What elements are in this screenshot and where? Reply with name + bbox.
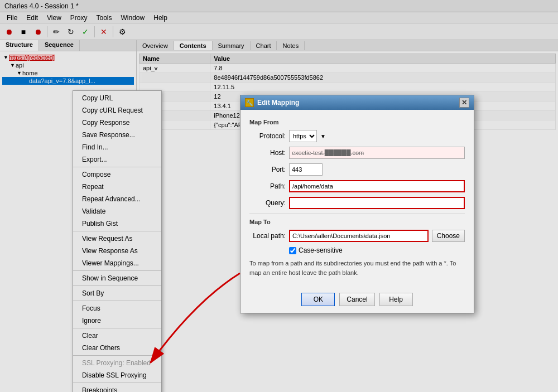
query-label: Query: <box>249 199 286 207</box>
port-input[interactable] <box>289 163 323 176</box>
cancel-button[interactable]: Cancel <box>339 293 374 306</box>
protocol-row: Protocol: https http ▼ <box>249 130 465 142</box>
protocol-select[interactable]: https http <box>289 130 317 142</box>
modal-title: Edit Mapping <box>257 99 299 107</box>
port-row: Port: <box>249 163 465 176</box>
case-sensitive-label: Case-sensitive <box>299 246 343 254</box>
modal-overlay: 🔧 Edit Mapping ✕ Map From Protocol: http… <box>0 0 558 392</box>
modal-divider <box>249 214 465 214</box>
case-sensitive-checkbox[interactable] <box>289 247 296 254</box>
case-sensitive-row: Case-sensitive <box>289 246 465 254</box>
query-row: Query: <box>249 197 465 209</box>
path-row: Path: <box>249 180 465 192</box>
modal-body: Map From Protocol: https http ▼ Host: Po… <box>240 110 474 288</box>
modal-icon: 🔧 <box>245 98 254 107</box>
modal-close-button[interactable]: ✕ <box>459 98 469 108</box>
help-button[interactable]: Help <box>379 293 413 306</box>
map-to-label: Map To <box>249 219 465 225</box>
protocol-label: Protocol: <box>249 132 286 140</box>
choose-button[interactable]: Choose <box>432 230 465 242</box>
local-path-label: Local path: <box>249 232 286 240</box>
modal-footer: OK Cancel Help <box>240 288 474 313</box>
host-input[interactable] <box>289 147 465 159</box>
ok-button[interactable]: OK <box>301 293 335 306</box>
host-label: Host: <box>249 149 286 157</box>
host-row: Host: <box>249 147 465 159</box>
local-path-row: Local path: Choose <box>249 230 465 242</box>
local-path-input[interactable] <box>289 230 429 242</box>
path-input[interactable] <box>289 180 465 192</box>
path-label: Path: <box>249 182 286 190</box>
modal-titlebar: 🔧 Edit Mapping ✕ <box>240 95 474 110</box>
info-text: To map from a path and its subdirectorie… <box>249 259 465 277</box>
edit-mapping-dialog: 🔧 Edit Mapping ✕ Map From Protocol: http… <box>240 95 474 313</box>
map-from-label: Map From <box>249 119 465 125</box>
query-input[interactable] <box>289 197 465 209</box>
protocol-arrow: ▼ <box>320 133 326 139</box>
port-label: Port: <box>249 166 286 173</box>
